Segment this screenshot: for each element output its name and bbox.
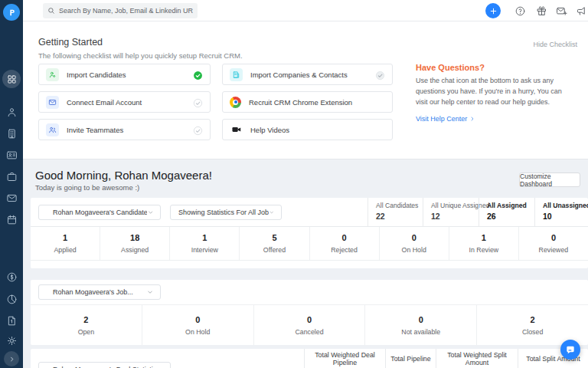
sidebar-item-companies[interactable] <box>0 124 23 143</box>
candidate-status-on-hold[interactable]: 0On Hold <box>380 227 449 260</box>
company-building-icon <box>6 128 18 140</box>
chevron-right-icon <box>8 355 16 363</box>
calendar-icon <box>6 214 18 225</box>
checklist-item-chrome-extension[interactable]: Recruit CRM Chrome Extension <box>222 91 393 113</box>
import-companies-icon <box>230 68 243 81</box>
candidate-summary-row: All Candidates 22 All Unique Assigned 12… <box>368 198 588 227</box>
summary-all-unique-assigned: All Unique Assigned 12 <box>423 198 479 227</box>
connect-email-icon <box>46 96 59 109</box>
job-status-not-available[interactable]: 0Not available <box>365 305 477 345</box>
global-search[interactable] <box>43 3 198 18</box>
deal-owner-dropdown[interactable]: Rohan Mogaveera's Deal Statistics <box>38 362 171 368</box>
deal-header-weighted-pipeline: Total Weighted Deal Pipeline <box>304 349 385 368</box>
recruit-crm-dashboard: Getting Started The following checklist … <box>0 0 588 368</box>
deals-dollar-icon <box>6 271 18 283</box>
sidebar-item-calendar[interactable] <box>0 210 23 228</box>
deal-headers-row: Total Weighted Deal Pipeline Total Pipel… <box>304 349 588 368</box>
topbar <box>23 0 588 21</box>
checklist-column-1: Import Candidates Connect Email Account <box>38 64 211 140</box>
greeting-subtitle: Today is going to be awesome :) <box>35 183 139 192</box>
checklist-item-connect-email[interactable]: Connect Email Account <box>38 91 211 113</box>
announcement-icon <box>576 5 587 17</box>
chevron-down-icon <box>146 288 154 296</box>
import-candidates-icon <box>46 68 59 81</box>
checklist-item-import-companies[interactable]: Import Companies & Contacts <box>222 64 393 85</box>
chat-bubble-icon <box>565 344 576 355</box>
job-owner-dropdown[interactable]: Rohan Mogaveera's Job... <box>38 284 161 300</box>
settings-gear-icon <box>6 335 18 347</box>
deal-header-weighted-split: Total Weighted Split Amount <box>436 349 518 368</box>
have-questions-title: Have Questions? <box>416 63 485 72</box>
checklist-item-label: Import Candidates <box>67 71 126 79</box>
video-icon <box>230 123 243 136</box>
candidate-stats-card: Rohan Mogaveera's Candidate... Showing S… <box>31 198 588 268</box>
candidate-status-assigned[interactable]: 18Assigned <box>100 227 170 260</box>
checklist-item-help-videos[interactable]: Help Videos <box>222 119 393 140</box>
checklist-item-label: Recruit CRM Chrome Extension <box>249 98 352 107</box>
mail-plus-icon <box>556 5 567 17</box>
search-input[interactable] <box>59 7 193 15</box>
candidate-status-rejected[interactable]: 0Rejected <box>310 227 380 260</box>
sidebar-item-email[interactable] <box>0 189 23 207</box>
candidate-status-interview[interactable]: 1Interview <box>170 227 240 260</box>
candidate-status-reviewed[interactable]: 0Reviewed <box>519 227 588 260</box>
checklist-item-label: Connect Email Account <box>67 98 142 107</box>
job-status-row: 2Open 0On Hold 0Canceled 0Not available … <box>31 304 588 345</box>
plus-icon <box>489 7 498 15</box>
job-status-open[interactable]: 2Open <box>31 305 142 345</box>
chevron-down-icon <box>269 209 275 216</box>
jobs-briefcase-icon <box>6 171 18 182</box>
rewards-button[interactable] <box>536 5 547 17</box>
candidate-status-in-review[interactable]: 1In Review <box>449 227 519 260</box>
have-questions-body: Use the chat icon at the bottom to ask u… <box>416 76 569 108</box>
help-button[interactable] <box>514 5 526 17</box>
candidate-status-applied[interactable]: 1Applied <box>31 227 100 260</box>
job-status-filter-dropdown[interactable]: Showing Statistics For All Job Statuses <box>170 205 282 220</box>
hide-checklist-link[interactable]: Hide Checklist <box>533 41 577 48</box>
sidebar-item-candidates[interactable] <box>0 103 23 121</box>
visit-help-center-link[interactable]: Visit Help Center <box>416 115 475 123</box>
check-done-icon <box>193 70 203 80</box>
recruit-crm-logo-icon <box>3 4 20 21</box>
main-content: Getting Started The following checklist … <box>23 21 588 368</box>
deal-header-total-pipeline: Total Pipeline <box>385 349 436 368</box>
chat-widget-button[interactable] <box>560 340 580 360</box>
sidebar-item-reports[interactable] <box>0 290 23 308</box>
checklist-item-label: Import Companies & Contacts <box>250 71 348 79</box>
summary-all-candidates: All Candidates 22 <box>368 198 423 227</box>
invite-teammates-icon <box>46 123 59 136</box>
sidebar-item-jobs[interactable] <box>0 167 23 186</box>
sidebar-expand-button[interactable] <box>4 351 19 366</box>
job-status-on-hold[interactable]: 0On Hold <box>142 305 254 345</box>
candidate-status-offered[interactable]: 5Offered <box>240 227 309 260</box>
candidate-stats-header: Rohan Mogaveera's Candidate... Showing S… <box>31 198 588 227</box>
chevron-right-icon <box>469 116 475 122</box>
job-stats-card: Rohan Mogaveera's Job... 2Open 0On Hold … <box>31 280 588 345</box>
invoice-document-icon <box>6 315 18 327</box>
quick-add-button[interactable] <box>485 3 501 18</box>
checklist-item-label: Invite Teammates <box>67 126 123 134</box>
summary-all-unassigned: All Unassigned 10 <box>534 198 588 227</box>
check-pending-icon <box>375 70 385 80</box>
chrome-icon <box>230 97 241 108</box>
sidebar-item-contacts[interactable] <box>0 146 23 164</box>
customize-dashboard-button[interactable]: Customize Dashboard <box>519 172 580 187</box>
announcements-button[interactable] <box>576 5 587 17</box>
check-pending-icon <box>193 125 203 135</box>
sidebar-item-settings[interactable] <box>0 331 23 350</box>
getting-started-title: Getting Started <box>38 37 103 48</box>
sidebar-item-deals[interactable] <box>0 268 23 286</box>
contact-card-icon <box>6 150 18 161</box>
sidebar-item-invoices[interactable] <box>0 311 23 330</box>
search-icon <box>47 7 55 15</box>
email-compose-button[interactable] <box>556 5 567 17</box>
check-pending-icon <box>193 97 203 107</box>
checklist-item-label: Help Videos <box>250 126 289 134</box>
candidate-owner-dropdown[interactable]: Rohan Mogaveera's Candidate... <box>38 205 161 220</box>
reports-pie-icon <box>6 294 18 305</box>
checklist-item-invite-teammates[interactable]: Invite Teammates <box>38 119 211 140</box>
sidebar-item-dashboard[interactable] <box>2 70 21 88</box>
chevron-down-icon <box>147 209 154 216</box>
checklist-item-import-candidates[interactable]: Import Candidates <box>38 64 211 85</box>
job-status-canceled[interactable]: 0Canceled <box>254 305 366 345</box>
